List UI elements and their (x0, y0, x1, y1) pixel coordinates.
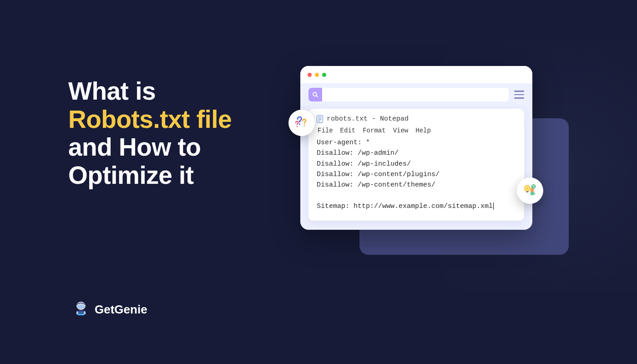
lightbulb-puzzle-icon (522, 182, 538, 199)
brand: GetGenie (72, 300, 147, 318)
notepad-window: robots.txt - Notepad File Edit Format Vi… (308, 109, 524, 221)
svg-rect-6 (84, 311, 86, 314)
svg-rect-3 (77, 310, 85, 312)
svg-point-15 (304, 125, 305, 126)
heading-line-2: Robots.txt file (68, 105, 232, 133)
notepad-menu: File Edit Format View Help (318, 127, 516, 134)
menu-file[interactable]: File (318, 127, 333, 134)
file-line: Disallow: /wp-content/themes/ (317, 181, 435, 189)
svg-rect-9 (317, 116, 323, 123)
file-line: Sitemap: http://www.example.com/sitemap.… (317, 202, 493, 210)
file-line: Disallow: /wp-includes/ (317, 160, 411, 168)
notepad-body: User-agent: * Disallow: /wp-admin/ Disal… (317, 137, 516, 212)
menu-format[interactable]: Format (363, 127, 385, 134)
page-root: What is Robots.txt file and How to Optim… (0, 0, 637, 364)
menu-help[interactable]: Help (415, 127, 431, 134)
question-badge (288, 110, 315, 136)
heading-line-3: and How to (68, 133, 201, 161)
svg-rect-4 (78, 313, 84, 313)
notepad-title: robots.txt - Notepad (317, 115, 516, 123)
brand-name: GetGenie (95, 303, 147, 317)
menu-view[interactable]: View (393, 127, 409, 134)
file-line: Disallow: /wp-content/plugins/ (317, 171, 440, 178)
svg-rect-5 (76, 311, 78, 314)
text-cursor-icon (493, 202, 494, 210)
svg-rect-18 (526, 191, 529, 193)
menu-edit[interactable]: Edit (340, 127, 356, 134)
search-input[interactable] (322, 88, 509, 101)
window-close-icon[interactable] (308, 73, 312, 77)
search-icon[interactable] (308, 88, 322, 101)
notepad-title-text: robots.txt - Notepad (327, 115, 409, 123)
main-heading: What is Robots.txt file and How to Optim… (68, 77, 282, 189)
svg-point-1 (77, 304, 85, 309)
svg-point-16 (297, 126, 298, 127)
window-minimize-icon[interactable] (315, 73, 319, 77)
svg-point-14 (299, 123, 300, 125)
question-marks-icon (293, 115, 310, 131)
svg-line-8 (316, 96, 318, 97)
file-line: Disallow: /wp-admin/ (317, 149, 399, 157)
file-line: User-agent: * (317, 139, 370, 147)
svg-point-22 (533, 192, 535, 194)
heading-line-1: What is (68, 77, 156, 105)
menu-icon[interactable] (514, 91, 524, 99)
browser-window: robots.txt - Notepad File Edit Format Vi… (300, 66, 532, 230)
browser-toolbar (300, 83, 532, 106)
window-maximize-icon[interactable] (322, 73, 326, 77)
heading-line-4: Optimize it (68, 161, 194, 189)
right-column: robots.txt - Notepad File Edit Format Vi… (282, 0, 637, 364)
idea-badge (517, 177, 543, 204)
robot-genie-icon (72, 300, 90, 318)
file-icon (317, 115, 323, 123)
search-bar (308, 88, 509, 101)
browser-titlebar (300, 66, 532, 83)
left-column: What is Robots.txt file and How to Optim… (0, 0, 282, 364)
